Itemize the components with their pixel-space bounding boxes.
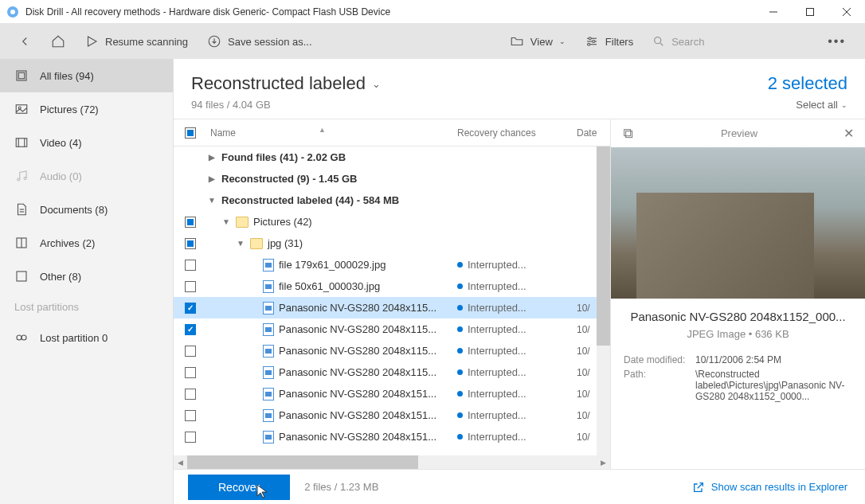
sidebar-item-video[interactable]: Video (4) [0, 126, 173, 159]
expand-icon: ▶ [207, 153, 217, 162]
app-icon [6, 6, 19, 18]
row-checkbox[interactable] [185, 238, 196, 249]
close-preview-button[interactable]: ✕ [843, 126, 854, 141]
file-row[interactable]: Panasonic NV-GS280 2048x151... Interrupt… [174, 404, 610, 426]
svg-point-25 [24, 178, 26, 180]
search-icon [652, 35, 665, 48]
file-row[interactable]: Panasonic NV-GS280 2048x115... Interrupt… [174, 297, 610, 318]
filters-button[interactable]: Filters [578, 29, 640, 53]
partition-icon [14, 330, 29, 345]
sidebar-item-all-files[interactable]: All files (94) [0, 59, 173, 92]
svg-rect-33 [626, 131, 632, 137]
group-label: Reconstructed labeled (44) - 584 MB [221, 194, 399, 206]
sidebar-item-pictures[interactable]: Pictures (72) [0, 92, 173, 126]
file-row[interactable]: Panasonic NV-GS280 2048x115... Interrupt… [174, 318, 610, 340]
row-checkbox[interactable] [185, 260, 196, 271]
sidebar-item-audio[interactable]: Audio (0) [0, 159, 173, 193]
file-list: Name▲ Recovery chances Date ▶Found files… [174, 119, 610, 469]
preview-pane: Preview ✕ Panasonic NV-GS280 2048x1152_0… [610, 119, 865, 469]
status-dot-icon [457, 391, 463, 397]
minimize-button[interactable] [755, 0, 792, 24]
file-row[interactable]: Panasonic NV-GS280 2048x151... Interrupt… [174, 426, 610, 447]
svg-rect-3 [807, 8, 814, 15]
more-menu-button[interactable]: ••• [820, 29, 854, 53]
file-name: file 50x61_000030.jpg [279, 280, 380, 292]
archives-icon [14, 236, 29, 250]
status-dot-icon [457, 305, 463, 311]
chevron-down-icon: ⌄ [372, 78, 381, 90]
column-recovery[interactable]: Recovery chances [457, 127, 577, 139]
row-checkbox[interactable] [185, 281, 196, 292]
status-dot-icon [457, 412, 463, 418]
file-icon [263, 259, 274, 272]
select-all-checkbox[interactable] [185, 127, 196, 139]
sidebar-item-documents[interactable]: Documents (8) [0, 193, 173, 226]
home-button[interactable] [45, 29, 72, 53]
row-checkbox[interactable] [185, 410, 196, 421]
file-row[interactable]: Panasonic NV-GS280 2048x115... Interrupt… [174, 340, 610, 361]
sidebar-item-label: Video (4) [40, 137, 82, 149]
row-checkbox[interactable] [185, 303, 196, 314]
file-name: Panasonic NV-GS280 2048x115... [279, 366, 436, 378]
save-session-button[interactable]: Save session as... [201, 29, 319, 53]
view-dropdown[interactable]: View ⌄ [503, 29, 572, 53]
sidebar-item-label: Other (8) [40, 271, 81, 283]
file-count-summary: 94 files / 4.04 GB [191, 99, 768, 111]
svg-rect-18 [18, 72, 25, 79]
recovery-status: Interrupted... [468, 366, 526, 378]
footer: Recover 2 files / 1.23 MB Show scan resu… [174, 469, 865, 504]
back-button[interactable] [11, 29, 38, 53]
svg-point-15 [655, 37, 661, 44]
cursor-icon [256, 484, 268, 498]
file-row[interactable]: file 50x61_000030.jpg Interrupted... [174, 275, 610, 297]
lost-partitions-label: Lost partitions [0, 293, 173, 321]
recover-button[interactable]: Recover [188, 475, 290, 500]
folder-icon [510, 34, 524, 49]
maximize-button[interactable] [792, 0, 828, 24]
file-row[interactable]: Panasonic NV-GS280 2048x115... Interrupt… [174, 361, 610, 383]
row-checkbox[interactable] [185, 217, 196, 228]
select-all-dropdown[interactable]: Select all ⌄ [768, 99, 847, 111]
popout-icon[interactable] [622, 127, 635, 140]
row-checkbox[interactable] [185, 432, 196, 443]
play-icon [84, 34, 99, 49]
row-checkbox[interactable] [185, 367, 196, 378]
file-row[interactable]: file 179x61_000029.jpg Interrupted... [174, 254, 610, 275]
column-name[interactable]: Name▲ [207, 127, 457, 139]
chevron-down-icon: ⌄ [841, 101, 847, 109]
status-dot-icon [457, 348, 463, 354]
column-date[interactable]: Date [577, 127, 610, 139]
sidebar-item-archives[interactable]: Archives (2) [0, 226, 173, 260]
folder-row[interactable]: ▼jpg (31) [174, 232, 610, 254]
row-checkbox[interactable] [185, 346, 196, 357]
group-label: Reconstructed (9) - 1.45 GB [221, 173, 358, 185]
close-button[interactable] [828, 0, 865, 24]
vertical-scrollbar[interactable] [597, 147, 610, 455]
folder-row[interactable]: ▼Pictures (42) [174, 211, 610, 232]
save-session-label: Save session as... [228, 36, 312, 48]
expand-icon: ▼ [236, 239, 245, 248]
resume-label: Resume scanning [105, 36, 188, 48]
group-row[interactable]: ▶Reconstructed (9) - 1.45 GB [174, 168, 610, 189]
sort-indicator-icon: ▲ [319, 126, 326, 134]
recovery-status: Interrupted... [468, 259, 526, 271]
show-in-explorer-link[interactable]: Show scan results in Explorer [692, 481, 847, 494]
group-row[interactable]: ▼Reconstructed labeled (44) - 584 MB [174, 189, 610, 211]
status-dot-icon [457, 262, 463, 268]
window-title: Disk Drill - All recovery methods - Hard… [25, 6, 755, 18]
sidebar-item-other[interactable]: Other (8) [0, 260, 173, 293]
svg-point-31 [17, 335, 22, 340]
group-row[interactable]: ▶Found files (41) - 2.02 GB [174, 147, 610, 168]
sidebar-item-lost-partition-0[interactable]: Lost partition 0 [0, 321, 173, 354]
search-input[interactable]: Search [646, 32, 813, 51]
other-icon [14, 269, 29, 283]
file-name: Panasonic NV-GS280 2048x115... [279, 345, 436, 357]
page-title-dropdown[interactable]: Reconstructed labeled ⌄ [191, 73, 768, 94]
status-dot-icon [457, 434, 463, 440]
resume-scanning-button[interactable]: Resume scanning [78, 29, 194, 53]
row-checkbox[interactable] [185, 324, 196, 335]
horizontal-scrollbar[interactable]: ◀▶ [174, 455, 610, 469]
file-row[interactable]: Panasonic NV-GS280 2048x151... Interrupt… [174, 383, 610, 404]
row-checkbox[interactable] [185, 389, 196, 400]
file-icon [263, 431, 274, 443]
